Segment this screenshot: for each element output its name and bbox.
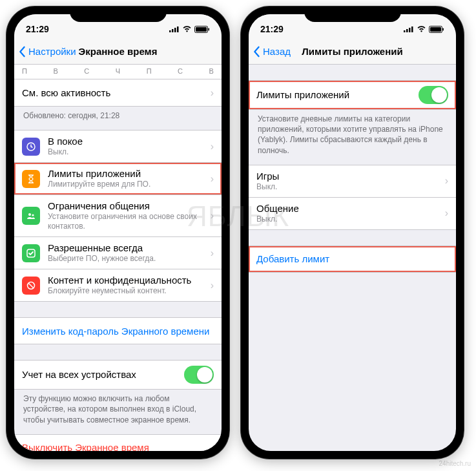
phone-right: 21:29 Назад Лимиты приложений xyxy=(241,6,464,459)
checkmark-icon xyxy=(22,244,40,262)
nav-bar: Настройки Экранное время xyxy=(14,39,222,65)
enable-limits-row[interactable]: Лимиты приложений xyxy=(249,80,456,110)
chevron-right-icon: › xyxy=(211,87,214,99)
back-button[interactable]: Назад xyxy=(253,46,291,58)
content-right[interactable]: Лимиты приложений Установите дневные лим… xyxy=(249,65,456,451)
chevron-right-icon: › xyxy=(211,173,214,185)
app-limits-row[interactable]: Лимиты приложений Лимитируйте время для … xyxy=(14,163,222,195)
signal-icon xyxy=(169,26,180,32)
turn-off-button[interactable]: Выключить Экранное время xyxy=(14,434,222,451)
phone-left: 21:29 Настройки Экранное время xyxy=(6,6,229,459)
svg-point-9 xyxy=(32,215,34,216)
all-devices-footer: Эту функцию можно включить на любом устр… xyxy=(14,390,222,434)
turn-off-label: Выключить Экранное время xyxy=(22,442,149,451)
svg-rect-1 xyxy=(172,29,174,32)
svg-rect-6 xyxy=(209,28,210,30)
add-limit-label: Добавить лимит xyxy=(256,253,329,264)
see-all-activity[interactable]: См. всю активность › xyxy=(14,79,222,107)
back-label: Назад xyxy=(263,46,291,57)
svg-rect-5 xyxy=(196,27,207,32)
status-time: 21:29 xyxy=(26,24,49,34)
back-label: Настройки xyxy=(28,46,76,57)
svg-rect-14 xyxy=(409,28,411,32)
page-title: Лимиты приложений xyxy=(302,46,402,57)
add-limit-button[interactable]: Добавить лимит xyxy=(249,246,456,273)
chevron-left-icon xyxy=(18,46,26,58)
communication-icon xyxy=(22,207,40,225)
category-games-row[interactable]: Игры Выкл. › xyxy=(249,165,456,198)
downtime-icon xyxy=(22,138,40,156)
svg-rect-2 xyxy=(174,28,176,32)
category-social-row[interactable]: Общение Выкл. › xyxy=(249,198,456,230)
chevron-right-icon: › xyxy=(211,210,214,222)
screen-left: 21:29 Настройки Экранное время xyxy=(14,14,222,451)
chevron-right-icon: › xyxy=(445,207,448,219)
chevron-left-icon xyxy=(253,46,260,58)
notch xyxy=(304,6,401,22)
chevron-right-icon: › xyxy=(445,175,448,187)
chevron-right-icon: › xyxy=(211,247,214,259)
svg-rect-17 xyxy=(430,27,441,32)
notch xyxy=(70,6,167,22)
svg-point-8 xyxy=(28,213,31,216)
svg-rect-15 xyxy=(411,26,413,32)
wifi-icon xyxy=(182,26,192,33)
status-time: 21:29 xyxy=(260,24,284,34)
svg-rect-18 xyxy=(443,28,444,30)
svg-rect-13 xyxy=(406,29,408,32)
svg-rect-3 xyxy=(177,26,179,32)
signal-icon xyxy=(404,26,414,32)
change-passcode-button[interactable]: Изменить код-пароль Экранного времени xyxy=(14,317,222,344)
nav-bar: Назад Лимиты приложений xyxy=(249,39,456,65)
change-passcode-label: Изменить код-пароль Экранного времени xyxy=(22,326,209,337)
corner-watermark: 24hitech.ru xyxy=(439,460,471,467)
updated-footer: Обновлено: сегодня, 21:28 xyxy=(14,107,222,130)
status-right xyxy=(404,26,444,33)
battery-icon xyxy=(429,26,444,33)
see-all-label: См. всю активность xyxy=(22,87,207,99)
battery-icon xyxy=(194,26,210,33)
all-devices-toggle[interactable] xyxy=(184,366,214,384)
restriction-icon xyxy=(22,277,40,295)
svg-rect-12 xyxy=(404,30,406,32)
screen-right: 21:29 Назад Лимиты приложений xyxy=(249,14,456,451)
weekday-row: П В С Ч П С В xyxy=(14,65,222,79)
svg-rect-0 xyxy=(169,30,171,32)
always-allowed-row[interactable]: Разрешенные всегда Выберите ПО, нужное в… xyxy=(14,237,222,269)
content-left[interactable]: П В С Ч П С В См. всю активность › Обнов… xyxy=(14,65,222,451)
enable-limits-toggle[interactable] xyxy=(419,86,448,104)
wifi-icon xyxy=(417,26,426,33)
page-title: Экранное время xyxy=(79,46,158,57)
hourglass-icon xyxy=(22,170,40,188)
chevron-right-icon: › xyxy=(211,280,214,291)
enable-limits-footer: Установите дневные лимиты на категории п… xyxy=(249,110,456,165)
all-devices-row[interactable]: Учет на всех устройствах xyxy=(14,360,222,390)
chevron-right-icon: › xyxy=(211,141,214,152)
status-right xyxy=(169,26,210,33)
communication-row[interactable]: Ограничения общения Установите ограничен… xyxy=(14,195,222,237)
downtime-row[interactable]: В покое Выкл. › xyxy=(14,130,222,163)
back-button[interactable]: Настройки xyxy=(18,46,76,58)
content-privacy-row[interactable]: Контент и конфиденциальность Блокируйте … xyxy=(14,269,222,302)
